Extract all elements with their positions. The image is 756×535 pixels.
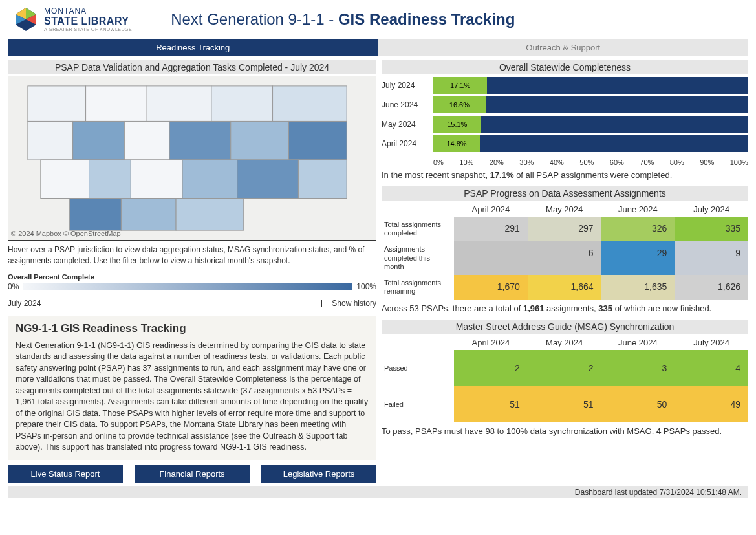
cell: 4	[675, 350, 748, 386]
logo-icon	[13, 6, 39, 32]
cell	[454, 241, 528, 275]
svg-rect-22	[298, 160, 347, 199]
svg-rect-13	[124, 121, 169, 160]
progress-summary: Across 53 PSAPs, there are a total of 1,…	[382, 303, 748, 313]
show-history-toggle[interactable]: Show history	[321, 299, 376, 308]
tabs: Readiness Tracking Outreach & Support	[8, 39, 748, 56]
bar-row: May 202415.1%	[382, 116, 748, 133]
row-label: Failed	[382, 386, 454, 422]
row-label: Total assignments remaining	[382, 275, 454, 300]
current-month: July 2024	[8, 299, 41, 308]
cell: 326	[601, 217, 675, 241]
svg-rect-6	[28, 86, 86, 122]
info-heading: NG9-1-1 GIS Readiness Tracking	[16, 322, 369, 335]
cell: 51	[454, 386, 528, 422]
cell: 1,670	[454, 275, 528, 300]
svg-rect-18	[89, 160, 131, 199]
map-help-text: Hover over a PSAP jurisdiction to view d…	[8, 245, 376, 267]
map-attribution: © 2024 Mapbox © OpenStreetMap	[11, 230, 121, 237]
bar-label: June 2024	[382, 100, 433, 109]
info-panel: NG9-1-1 GIS Readiness Tracking Next Gene…	[8, 316, 376, 460]
cell: 335	[675, 217, 748, 241]
svg-rect-8	[147, 86, 211, 122]
map[interactable]: © 2024 Mapbox © OpenStreetMap	[8, 76, 376, 241]
cell: 2	[528, 350, 601, 386]
svg-rect-11	[28, 121, 73, 160]
bar-row: April 202414.8%	[382, 135, 748, 152]
column-header: June 2024	[601, 202, 675, 217]
bar-value: 17.1%	[433, 77, 487, 94]
tab-readiness-tracking[interactable]: Readiness Tracking	[8, 39, 378, 56]
completeness-chart: July 202417.1%June 202416.6%May 202415.1…	[382, 76, 748, 157]
row-label: Total assignments completed	[382, 217, 454, 241]
header: MONTANA STATE LIBRARY A GREATER STATE OF…	[0, 0, 756, 39]
completeness-summary: In the most recent snapshot, 17.1% of al…	[382, 170, 748, 180]
svg-rect-12	[73, 121, 125, 160]
bar-label: July 2024	[382, 81, 433, 90]
financial-reports-button[interactable]: Financial Reports	[135, 465, 250, 483]
svg-rect-20	[182, 160, 237, 199]
cell: 2	[454, 350, 528, 386]
logo: MONTANA STATE LIBRARY A GREATER STATE OF…	[13, 6, 132, 32]
map-title: PSAP Data Validation and Aggregation Tas…	[8, 60, 376, 74]
msag-title: Master Street Address Guide (MSAG) Synch…	[382, 320, 748, 334]
bar-value: 16.6%	[433, 96, 486, 113]
column-header: July 2024	[675, 202, 748, 217]
cell: 3	[601, 350, 675, 386]
cell: 29	[601, 241, 675, 275]
legislative-reports-button[interactable]: Legislative Reports	[261, 465, 376, 483]
page-title: Next Generation 9-1-1 - GIS Readiness Tr…	[171, 10, 515, 28]
svg-rect-14	[169, 121, 231, 160]
completeness-axis: 0%10%20%30%40%50%60%70%80%90%100%	[433, 157, 748, 166]
row-label: Passed	[382, 350, 454, 386]
progress-title: PSAP Progress on Data Assessment Assignm…	[382, 186, 748, 201]
progress-grid: April 2024May 2024June 2024July 2024Tota…	[382, 202, 748, 300]
legend: 0% 100%	[8, 282, 376, 291]
bar-label: May 2024	[382, 120, 433, 129]
info-body: Next Generation 9-1-1 (NG9-1-1) GIS read…	[16, 340, 369, 453]
svg-rect-10	[273, 86, 347, 122]
svg-rect-7	[86, 86, 147, 122]
svg-rect-21	[237, 160, 299, 199]
live-status-report-button[interactable]: Live Status Report	[8, 465, 123, 483]
cell: 50	[601, 386, 675, 422]
cell: 297	[528, 217, 601, 241]
bar-row: June 202416.6%	[382, 96, 748, 113]
column-header: May 2024	[528, 335, 601, 350]
cell: 291	[454, 217, 528, 241]
bar-row: July 202417.1%	[382, 77, 748, 94]
column-header: April 2024	[454, 202, 528, 217]
cell: 1,635	[601, 275, 675, 300]
cell: 6	[528, 241, 601, 275]
column-header: May 2024	[528, 202, 601, 217]
column-header: July 2024	[675, 335, 748, 350]
bar-label: April 2024	[382, 139, 433, 148]
cell: 49	[675, 386, 748, 422]
bar-value: 15.1%	[433, 116, 481, 133]
checkbox-icon[interactable]	[321, 300, 329, 307]
svg-rect-19	[131, 160, 182, 199]
bar-value: 14.8%	[433, 135, 480, 152]
svg-rect-15	[231, 121, 289, 160]
svg-rect-9	[211, 86, 273, 122]
cell: 1,664	[528, 275, 601, 300]
logo-text: MONTANA STATE LIBRARY A GREATER STATE OF…	[44, 7, 132, 32]
row-label: Assignments completed this month	[382, 241, 454, 275]
svg-rect-16	[288, 121, 347, 160]
cell: 1,626	[675, 275, 748, 300]
column-header: April 2024	[454, 335, 528, 350]
footer-updated: Dashboard last updated 7/31/2024 10:51:4…	[8, 486, 748, 498]
msag-summary: To pass, PSAPs must have 98 to 100% data…	[382, 426, 748, 436]
cell: 9	[675, 241, 748, 275]
column-header: June 2024	[601, 335, 675, 350]
svg-rect-17	[41, 160, 89, 199]
legend-title: Overall Percent Complete	[8, 273, 376, 281]
tab-outreach-support[interactable]: Outreach & Support	[378, 39, 749, 56]
svg-rect-25	[176, 199, 244, 231]
cell: 51	[528, 386, 601, 422]
msag-grid: April 2024May 2024June 2024July 2024Pass…	[382, 335, 748, 422]
svg-rect-23	[70, 199, 122, 231]
completeness-title: Overall Statewide Completeness	[382, 60, 748, 74]
svg-rect-24	[121, 199, 176, 231]
